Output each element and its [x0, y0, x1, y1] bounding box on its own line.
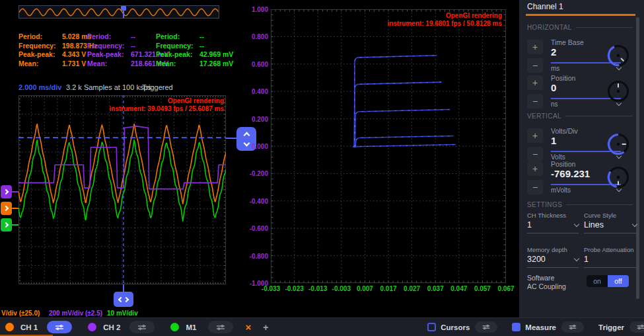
- xy-y-tick-label: 0.200: [238, 116, 268, 123]
- xy-y-tick-label: 0.000: [238, 143, 268, 150]
- measure-label[interactable]: Measure: [525, 323, 556, 331]
- measurement-label: Mean:: [87, 60, 131, 68]
- voltsdiv-decrement-button[interactable]: −: [527, 147, 543, 161]
- preview-position-marker-head[interactable]: [121, 6, 126, 11]
- xy-curve-plot[interactable]: [271, 9, 506, 283]
- field-underline: [527, 233, 579, 233]
- ch2-scale-label: 200 mV/div (±2.5): [49, 310, 102, 317]
- ch-thickness-select[interactable]: 1: [527, 220, 579, 230]
- ch2-marker-line: [12, 191, 18, 192]
- memory-depth-label: Memory depth: [527, 246, 567, 253]
- measurement-value: --: [199, 42, 233, 50]
- oscilloscope-canvas[interactable]: [18, 95, 226, 284]
- timebase-knob[interactable]: [605, 42, 631, 69]
- ac-coupling-label: Software AC Coupling: [527, 274, 566, 291]
- chevron-down-icon: [574, 255, 579, 261]
- measurement-label: Mean:: [18, 60, 62, 68]
- vposition-decrement-button[interactable]: −: [527, 180, 543, 194]
- ch1-marker-line: [12, 208, 18, 209]
- sliders-icon: [137, 324, 147, 331]
- measurement-label: Peak-peak:: [87, 51, 131, 59]
- xy-y-tick-label: -0.800: [238, 253, 268, 260]
- trigger-level-line: [226, 138, 236, 139]
- voltsdiv-value[interactable]: 1: [551, 135, 556, 146]
- panel-title: Channel 1: [527, 2, 563, 11]
- vposition-knob[interactable]: [605, 164, 631, 190]
- section-vertical: VERTICAL: [527, 112, 633, 120]
- cursors-settings-pill[interactable]: [475, 321, 497, 333]
- m1-settings-pill[interactable]: [208, 321, 233, 333]
- ch2-tab[interactable]: CH 2: [103, 323, 120, 331]
- curve-style-select[interactable]: Lines: [584, 220, 637, 230]
- channel-settings-panel: Channel 1 HORIZONTAL + − Time Base 2 ms …: [519, 0, 644, 317]
- probe-attenuation-input[interactable]: 1: [584, 255, 637, 264]
- xy-y-tick-label: -0.200: [238, 170, 268, 177]
- measurement-label: Period:: [156, 33, 199, 41]
- measurement-value: --: [199, 33, 233, 41]
- timebase-increment-button[interactable]: +: [527, 40, 543, 54]
- xy-y-tick-label: 0.800: [238, 33, 268, 40]
- measure-settings-pill[interactable]: [561, 321, 584, 333]
- timebase-readout: 2.000 ms/div: [18, 83, 61, 91]
- hposition-decrement-button[interactable]: −: [527, 94, 543, 108]
- voltsdiv-knob[interactable]: [605, 131, 631, 157]
- m1-color-dot[interactable]: [170, 323, 179, 331]
- memory-depth-field: Memory depth 3200: [527, 246, 579, 273]
- cursors-checkbox[interactable]: [427, 323, 436, 331]
- trigger-state: Triggered: [142, 83, 173, 91]
- voltsdiv-label: Volts/Div: [551, 127, 578, 135]
- cursors-label[interactable]: Cursors: [441, 323, 470, 331]
- trigger-label[interactable]: Trigger: [598, 323, 624, 331]
- trigger-settings-pill[interactable]: [629, 321, 644, 333]
- ac-coupling-off-button[interactable]: off: [608, 275, 629, 287]
- memory-depth-select[interactable]: 3200: [527, 255, 579, 264]
- ch1-settings-pill[interactable]: [47, 321, 72, 333]
- ch2-color-dot[interactable]: [88, 323, 96, 331]
- section-horizontal: HORIZONTAL: [527, 24, 633, 31]
- add-channel-button[interactable]: +: [263, 322, 268, 333]
- hposition-value[interactable]: 0: [551, 82, 556, 93]
- xy-y-tick-label: -0.400: [238, 198, 268, 205]
- curve-style-field: Curve Style Lines: [584, 212, 637, 238]
- vposition-increment-button[interactable]: +: [527, 161, 543, 176]
- vposition-value[interactable]: -769.231: [551, 168, 590, 179]
- horizontal-position-control: + − Position 0 ns: [527, 74, 638, 110]
- ch2-reference-marker[interactable]: [1, 185, 12, 198]
- ch1-reference-marker[interactable]: [1, 202, 12, 215]
- probe-attenuation-label: Probe Attenuation: [584, 246, 634, 253]
- panel-accent-rule: [526, 14, 635, 16]
- sliders-icon: [54, 324, 65, 331]
- close-channel-button[interactable]: ×: [245, 322, 251, 332]
- timebase-value[interactable]: 2: [551, 46, 556, 58]
- field-underline: [584, 267, 637, 268]
- voltsdiv-increment-button[interactable]: +: [527, 128, 543, 143]
- measurement-label: Frequency:: [87, 42, 131, 50]
- field-underline: [527, 267, 579, 268]
- opengl-fps-readout: OpenGl rendering instrument: 39.0493 fps…: [110, 97, 224, 113]
- oscilloscope-plot[interactable]: OpenGl rendering instrument: 39.0493 fps…: [18, 95, 226, 284]
- ch1-color-dot[interactable]: [5, 323, 14, 331]
- ac-coupling-on-button[interactable]: on: [587, 275, 608, 287]
- section-settings: SETTINGS: [527, 201, 633, 208]
- sliders-icon: [568, 324, 577, 330]
- measure-checkbox[interactable]: [512, 323, 520, 331]
- ch1-tab[interactable]: CH 1: [20, 323, 38, 331]
- samples-readout: 3.2 k Samples at 100 ksps: [66, 83, 151, 91]
- chevron-right-icon: [3, 222, 8, 228]
- xy-y-tick-label: 0.600: [238, 61, 268, 68]
- sliders-icon: [636, 324, 644, 330]
- hposition-knob[interactable]: [605, 78, 631, 105]
- chevron-right-icon: [124, 296, 129, 302]
- probe-attenuation-field: Probe Attenuation 1: [584, 246, 637, 273]
- hposition-increment-button[interactable]: +: [527, 75, 543, 90]
- field-underline: [584, 233, 637, 233]
- timebase-decrement-button[interactable]: −: [527, 58, 543, 73]
- chevron-up-icon: [243, 132, 250, 138]
- ch2-settings-pill[interactable]: [129, 321, 155, 333]
- trigger-position-handle[interactable]: [114, 292, 133, 307]
- xy-y-tick-label: 0.400: [238, 88, 268, 95]
- acquisition-preview-strip[interactable]: [18, 5, 219, 19]
- curve-style-label: Curve Style: [584, 212, 616, 219]
- m1-tab[interactable]: M1: [186, 323, 196, 331]
- m1-reference-marker[interactable]: [1, 218, 12, 231]
